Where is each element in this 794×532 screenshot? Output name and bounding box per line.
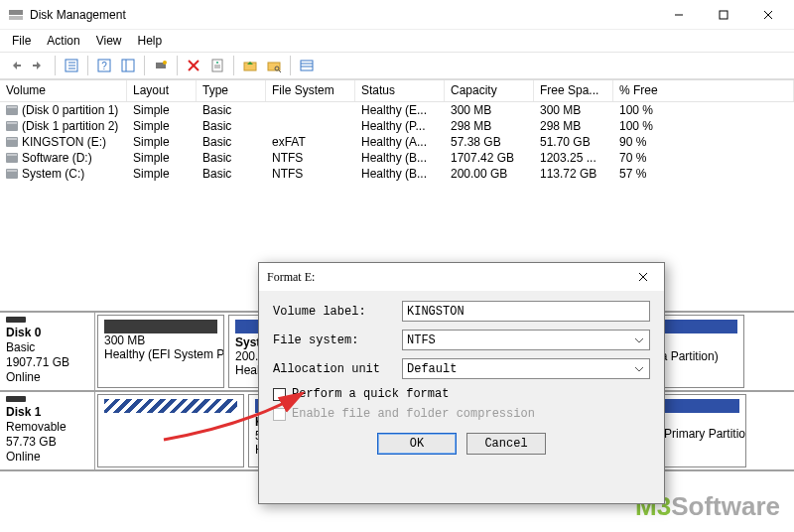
svg-point-15	[163, 61, 167, 65]
cell-pctfree: 100 %	[613, 103, 705, 117]
col-volume[interactable]: Volume	[0, 80, 127, 101]
partition-line2: Healthy (EFI System P	[104, 347, 217, 361]
cell-status: Healthy (A...	[355, 135, 445, 149]
cell-pctfree: 70 %	[613, 151, 705, 165]
volume-label-input[interactable]	[402, 301, 650, 322]
maximize-button[interactable]	[701, 0, 745, 30]
disk-size: 57.73 GB	[6, 435, 88, 449]
col-freespace[interactable]: Free Spa...	[534, 80, 613, 101]
cell-fs: NTFS	[266, 151, 355, 165]
col-layout[interactable]: Layout	[127, 80, 197, 101]
table-row[interactable]: KINGSTON (E:)SimpleBasicexFATHealthy (A.…	[0, 134, 794, 150]
cell-capacity: 298 MB	[445, 119, 534, 133]
folder-search-icon[interactable]	[263, 55, 285, 76]
show-hide-tree-icon[interactable]	[61, 55, 82, 76]
toolbar: ?	[0, 52, 794, 79]
checkbox-icon	[273, 388, 286, 401]
disk-icon	[6, 396, 26, 402]
volume-table-body[interactable]: (Disk 0 partition 1)SimpleBasicHealthy (…	[0, 102, 794, 182]
cell-volume: System (C:)	[0, 167, 127, 181]
cell-status: Healthy (B...	[355, 167, 445, 181]
svg-rect-3	[720, 11, 728, 19]
ok-button[interactable]: OK	[377, 433, 457, 455]
volume-icon	[6, 137, 18, 147]
close-button[interactable]	[745, 0, 790, 30]
minimize-button[interactable]	[656, 0, 701, 30]
cell-pctfree: 57 %	[613, 167, 705, 181]
cancel-button[interactable]: Cancel	[466, 433, 546, 455]
disk-name: Disk 1	[6, 405, 88, 419]
disk-label[interactable]: Disk 1Removable57.73 GBOnline	[0, 392, 95, 469]
app-icon	[8, 7, 24, 23]
table-row[interactable]: (Disk 0 partition 1)SimpleBasicHealthy (…	[0, 102, 794, 118]
disk-partition[interactable]: 300 MBHealthy (EFI System P	[97, 315, 224, 388]
svg-point-19	[216, 62, 218, 64]
refresh-icon[interactable]	[150, 55, 172, 76]
list-icon[interactable]	[296, 55, 318, 76]
svg-line-25	[279, 70, 281, 72]
allocation-unit-value: Default	[407, 362, 457, 376]
disk-type: Basic	[6, 340, 88, 354]
menu-action[interactable]: Action	[39, 32, 87, 50]
partition-stripe	[104, 320, 217, 333]
table-row[interactable]: Software (D:)SimpleBasicNTFSHealthy (B..…	[0, 150, 794, 166]
volume-icon	[6, 169, 18, 179]
cell-free: 1203.25 ...	[534, 151, 613, 165]
cell-pctfree: 100 %	[613, 119, 705, 133]
cell-fs: exFAT	[266, 135, 355, 149]
cell-capacity: 200.00 GB	[445, 167, 534, 181]
col-type[interactable]: Type	[197, 80, 266, 101]
volume-icon	[6, 121, 18, 131]
settings-icon[interactable]	[117, 55, 139, 76]
menu-view[interactable]: View	[88, 32, 130, 50]
col-filesystem[interactable]: File System	[266, 80, 355, 101]
col-pctfree[interactable]: % Free	[613, 80, 794, 101]
volume-icon	[6, 105, 18, 115]
volume-table-header[interactable]: Volume Layout Type File System Status Ca…	[0, 80, 794, 102]
col-status[interactable]: Status	[355, 80, 445, 101]
cell-layout: Simple	[127, 167, 197, 181]
forward-icon[interactable]	[28, 55, 50, 76]
disk-name: Disk 0	[6, 326, 88, 339]
allocation-unit-label: Allocation unit	[273, 362, 402, 376]
watermark-text: Software	[671, 491, 780, 521]
menu-help[interactable]: Help	[130, 32, 171, 50]
cell-layout: Simple	[127, 135, 197, 149]
cell-capacity: 300 MB	[445, 103, 534, 117]
disk-icon	[6, 317, 26, 323]
cell-fs: NTFS	[266, 167, 355, 181]
partition-stripe	[104, 399, 237, 413]
disk-status: Online	[6, 370, 88, 384]
table-row[interactable]: System (C:)SimpleBasicNTFSHealthy (B...2…	[0, 166, 794, 182]
dialog-close-button[interactable]	[630, 264, 656, 290]
cell-status: Healthy (B...	[355, 151, 445, 165]
disk-size: 1907.71 GB	[6, 355, 88, 369]
cell-status: Healthy (E...	[355, 103, 445, 117]
cell-layout: Simple	[127, 103, 197, 117]
table-row[interactable]: (Disk 1 partition 2)SimpleBasicHealthy (…	[0, 118, 794, 134]
dialog-titlebar[interactable]: Format E:	[259, 263, 664, 291]
properties-icon[interactable]	[206, 55, 228, 76]
file-system-value: NTFS	[407, 333, 436, 347]
cell-type: Basic	[197, 119, 266, 133]
cell-volume: Software (D:)	[0, 151, 127, 165]
cell-capacity: 57.38 GB	[445, 135, 534, 149]
cell-free: 51.70 GB	[534, 135, 613, 149]
cell-type: Basic	[197, 167, 266, 181]
volume-icon	[6, 153, 18, 163]
file-system-select[interactable]: NTFS	[402, 330, 650, 350]
svg-rect-12	[122, 60, 134, 71]
disk-label[interactable]: Disk 0Basic1907.71 GBOnline	[0, 313, 95, 390]
folder-up-icon[interactable]	[239, 55, 261, 76]
help-icon[interactable]: ?	[93, 55, 115, 76]
delete-icon[interactable]	[183, 55, 204, 76]
menu-file[interactable]: File	[4, 32, 39, 50]
back-icon[interactable]	[4, 55, 26, 76]
allocation-unit-select[interactable]: Default	[402, 358, 650, 379]
disk-type: Removable	[6, 420, 88, 434]
svg-rect-26	[301, 61, 313, 70]
quick-format-checkbox[interactable]: Perform a quick format	[273, 387, 650, 401]
title-bar: Disk Management	[0, 0, 794, 30]
disk-partition[interactable]	[97, 394, 244, 467]
col-capacity[interactable]: Capacity	[445, 80, 534, 101]
